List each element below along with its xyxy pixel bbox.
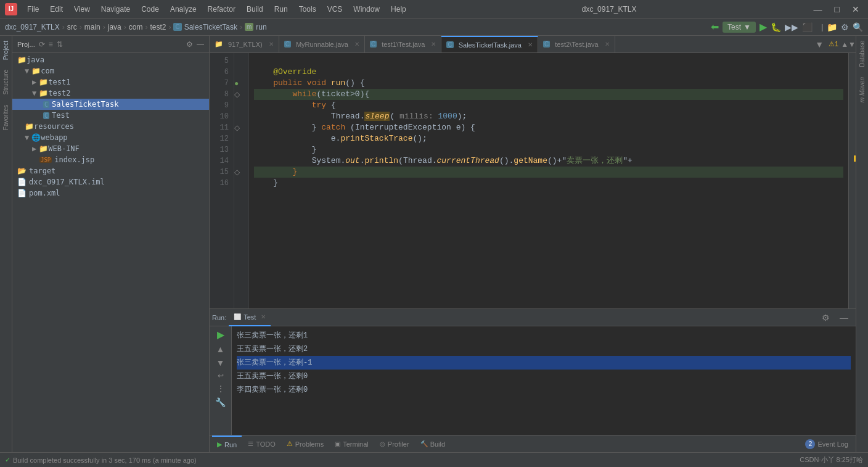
tab-overflow-button[interactable]: ▼ — [810, 39, 829, 49]
status-tab-problems[interactable]: ⚠ Problems — [282, 436, 329, 453]
bottom-tab-test[interactable]: ⬜ Test ✕ — [229, 309, 271, 326]
tree-item-com[interactable]: ▼ 📁 com — [12, 65, 209, 76]
tree-item-test2[interactable]: ▼ 📁 test2 — [12, 88, 209, 99]
scroll-up-icon[interactable]: ▲ — [216, 344, 225, 354]
tab-close[interactable]: ✕ — [269, 41, 274, 48]
structure-tab[interactable]: Structure — [1, 65, 10, 100]
breadcrumb-sep2: › — [80, 23, 82, 31]
status-tab-profiler[interactable]: ◎ Profiler — [375, 436, 414, 453]
tree-item-iml[interactable]: 📄 dxc_0917_KTLX.iml — [12, 176, 209, 188]
tab-test1[interactable]: C test1\Test.java ✕ — [365, 36, 442, 53]
chevron-down-icon: ▼ — [25, 133, 29, 142]
menu-tools[interactable]: Tools — [297, 4, 319, 15]
console-output[interactable]: 张三卖票一张，还剩1 王五卖票一张，还剩2 张三卖票一张，还剩-1 王五卖票一张… — [232, 326, 856, 435]
line-num: 6 — [210, 67, 229, 78]
tree-item-salesticket[interactable]: C SalesTicketTask — [12, 99, 209, 110]
tree-item-pomxml[interactable]: 📄 pom.xml — [12, 188, 209, 199]
scroll-down-icon[interactable]: ▼ — [216, 358, 225, 368]
settings-gear-icon[interactable]: ⚙ — [186, 40, 193, 49]
maximize-button[interactable]: □ — [831, 3, 843, 15]
tab-test2[interactable]: C test2\Test.java ✕ — [538, 36, 615, 53]
tab-close[interactable]: ✕ — [528, 41, 533, 48]
menu-window[interactable]: Window — [351, 4, 382, 15]
tree-item-java[interactable]: 📁 java — [12, 54, 209, 65]
nav-up-icon[interactable]: ▲ — [841, 40, 848, 49]
sync-icon[interactable]: ⟳ — [39, 40, 45, 49]
expand-icon[interactable]: ⇅ — [57, 40, 63, 49]
tab-salesticket[interactable]: C SalesTicketTask.java ✕ — [441, 36, 538, 53]
nav-down-icon[interactable]: ▼ — [848, 40, 856, 49]
tree-item-indexjsp[interactable]: JSP index.jsp — [12, 154, 209, 165]
run-coverage-icon[interactable]: ▶▶ — [785, 22, 798, 32]
menu-build[interactable]: Build — [244, 4, 266, 15]
tree-item-test1[interactable]: ▶ 📁 test1 — [12, 76, 209, 88]
status-tab-terminal[interactable]: ▣ Terminal — [330, 436, 374, 453]
collapse-icon[interactable]: ≡ — [49, 40, 53, 49]
tree-item-test[interactable]: C Test — [12, 110, 209, 121]
breadcrumb-java[interactable]: java — [108, 23, 121, 31]
play-button[interactable]: ▶ — [217, 329, 224, 341]
menu-navigate[interactable]: Navigate — [99, 4, 133, 15]
breadcrumb-method[interactable]: run — [256, 23, 266, 31]
console-icon: ⬜ — [234, 313, 241, 320]
breadcrumb-project[interactable]: dxc_0917_KTLX — [5, 23, 60, 31]
sidebar-minus-icon[interactable]: — — [197, 40, 204, 49]
console-line: 王五卖票一张，还剩2 — [237, 342, 851, 356]
menu-view[interactable]: View — [72, 4, 92, 15]
tab-close[interactable]: ✕ — [354, 41, 359, 48]
tab-close[interactable]: ✕ — [605, 41, 610, 48]
menu-edit[interactable]: Edit — [47, 4, 65, 15]
tree-item-resources[interactable]: 📁 resources — [12, 121, 209, 132]
menu-analyze[interactable]: Analyze — [168, 4, 199, 15]
status-tab-run[interactable]: ▶ Run — [212, 436, 242, 453]
settings-icon[interactable]: ⚙ — [841, 22, 849, 32]
code-editor[interactable]: @Override public void run() { while(tick… — [249, 53, 848, 308]
run-config-button[interactable]: Test ▼ — [723, 22, 756, 33]
breadcrumb-com[interactable]: com — [129, 23, 143, 31]
menu-vcs[interactable]: VCS — [325, 4, 345, 15]
tree-item-webinf[interactable]: ▶ 📁 WEB-INF — [12, 143, 209, 154]
status-tab-build[interactable]: 🔨 Build — [416, 436, 450, 453]
folder-icon: 🌐 — [31, 133, 41, 142]
gutter-line: ● — [234, 78, 248, 89]
project-tab[interactable]: Project — [1, 36, 10, 65]
status-tab-todo[interactable]: ☰ TODO — [243, 436, 280, 453]
wrap-icon[interactable]: ↩ — [218, 371, 224, 380]
tree-item-target[interactable]: 📂 target — [12, 165, 209, 176]
line-num: 15 — [210, 167, 229, 178]
code-line-7: public void run() { — [254, 78, 843, 89]
tool-icon[interactable]: 🔧 — [215, 397, 226, 407]
tab-project[interactable]: 📁 917_KTLX) ✕ — [210, 36, 279, 53]
terminal-icon: ▣ — [335, 440, 340, 447]
menu-help[interactable]: Help — [388, 4, 409, 15]
tab-myrunnable[interactable]: C MyRunnable.java ✕ — [279, 36, 365, 53]
stop-icon[interactable]: ⬛ — [802, 22, 813, 32]
menu-file[interactable]: File — [25, 4, 41, 15]
back-icon[interactable]: ⬅ — [711, 21, 719, 33]
tab-close[interactable]: ✕ — [431, 41, 436, 48]
maven-tab[interactable]: m Maven — [858, 72, 867, 107]
tree-item-webapp[interactable]: ▼ 🌐 webapp — [12, 132, 209, 143]
bottom-settings-btn[interactable]: ⚙ — [817, 313, 835, 323]
menu-refactor[interactable]: Refactor — [205, 4, 238, 15]
breadcrumb-src[interactable]: src — [67, 23, 77, 31]
run-debug-icon[interactable]: 🐛 — [771, 22, 781, 32]
favorites-tab[interactable]: Favorites — [1, 100, 10, 135]
event-log-button[interactable]: 2 Event Log — [800, 439, 853, 449]
breadcrumb-main[interactable]: main — [84, 23, 100, 31]
project-structure-icon[interactable]: 📁 — [827, 22, 837, 32]
search-icon[interactable]: 🔍 — [853, 22, 863, 32]
run-play-icon[interactable]: ▶ — [760, 21, 767, 33]
menu-run[interactable]: Run — [272, 4, 290, 15]
tab-close[interactable]: ✕ — [261, 313, 266, 320]
folder-icon: 📂 — [17, 167, 27, 175]
menu-code[interactable]: Code — [139, 4, 162, 15]
minimize-button[interactable]: — — [810, 3, 826, 15]
breadcrumb-class[interactable]: SalesTicketTask — [184, 23, 237, 31]
bottom-minimize-btn[interactable]: — — [835, 313, 853, 323]
more-icon[interactable]: ⋮ — [216, 384, 225, 394]
scroll-track[interactable] — [848, 53, 856, 308]
breadcrumb-test2[interactable]: test2 — [150, 23, 166, 31]
database-tab[interactable]: Database — [858, 36, 867, 72]
close-button[interactable]: ✕ — [848, 3, 863, 15]
